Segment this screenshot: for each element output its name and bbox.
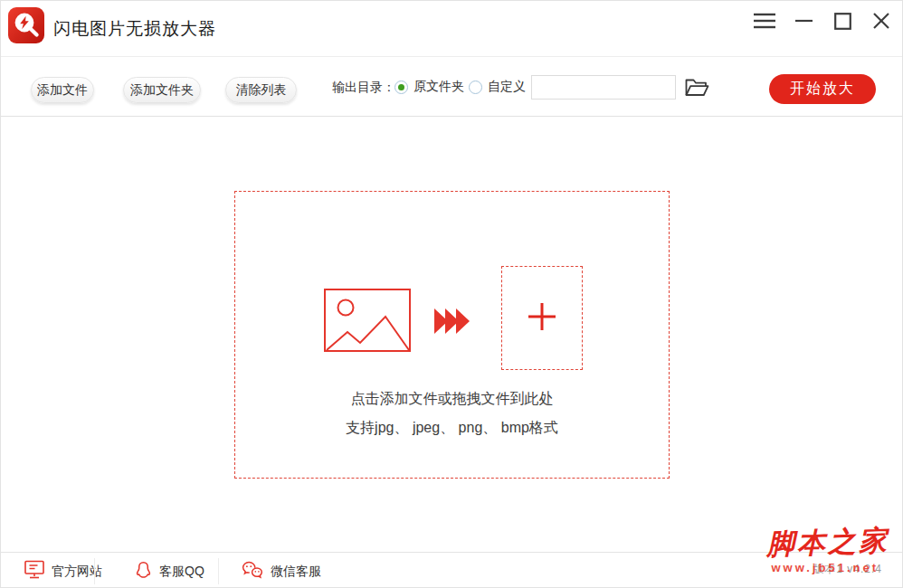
folder-open-icon xyxy=(684,88,709,101)
app-logo-icon xyxy=(8,7,44,43)
clear-list-button[interactable]: 清除列表 xyxy=(225,77,297,103)
qq-icon xyxy=(135,560,152,583)
footer-divider xyxy=(218,558,219,584)
output-path-input[interactable] xyxy=(531,75,676,100)
watermark-site-name: 脚本之家 xyxy=(765,522,889,564)
start-enlarge-button[interactable]: 开始放大 xyxy=(769,74,876,104)
toolbar: 添加文件 添加文件夹 清除列表 输出目录： 原文件夹 自定义 开始放大 xyxy=(1,57,902,117)
radio-button-icon[interactable] xyxy=(394,81,408,94)
browse-folder-button[interactable] xyxy=(683,77,710,100)
dropzone-hint-primary: 点击添加文件或拖拽文件到此处 xyxy=(234,390,670,409)
footer-link-label: 微信客服 xyxy=(271,564,321,580)
monitor-icon xyxy=(24,560,44,583)
watermark-site-url: www.jb51.net xyxy=(771,561,879,574)
footer-divider xyxy=(94,558,95,584)
add-target-box[interactable] xyxy=(501,266,583,370)
wechat-support-link[interactable]: 微信客服 xyxy=(242,553,321,588)
radio-label: 原文件夹 xyxy=(413,79,464,95)
add-folder-button[interactable]: 添加文件夹 xyxy=(123,77,201,103)
app-title: 闪电图片无损放大器 xyxy=(53,1,216,57)
radio-custom-folder[interactable]: 自定义 xyxy=(469,57,526,117)
fast-forward-icon xyxy=(434,308,472,337)
plus-icon xyxy=(528,302,556,335)
app-window: 闪电图片无损放大器 添加文件 添加文件夹 清除列表 输出目录： 原文件夹 xyxy=(0,0,903,588)
footer-link-label: 客服QQ xyxy=(159,564,204,580)
title-bar: 闪电图片无损放大器 xyxy=(1,1,902,57)
dropzone-hint-formats: 支持jpg、 jpeg、 png、 bmp格式 xyxy=(234,419,670,438)
output-dir-label: 输出目录： xyxy=(332,57,395,117)
official-website-link[interactable]: 官方网站 xyxy=(24,553,102,588)
minimize-icon[interactable] xyxy=(792,9,815,33)
image-placeholder-icon xyxy=(324,289,411,356)
window-controls xyxy=(753,8,893,33)
close-icon[interactable] xyxy=(870,9,893,33)
menu-icon[interactable] xyxy=(753,9,776,33)
add-file-button[interactable]: 添加文件 xyxy=(31,77,94,103)
qq-support-link[interactable]: 客服QQ xyxy=(135,553,204,588)
wechat-icon xyxy=(242,560,263,583)
radio-original-folder[interactable]: 原文件夹 xyxy=(394,57,464,117)
radio-label: 自定义 xyxy=(488,79,526,95)
maximize-icon[interactable] xyxy=(831,9,854,33)
radio-button-icon[interactable] xyxy=(469,81,482,94)
